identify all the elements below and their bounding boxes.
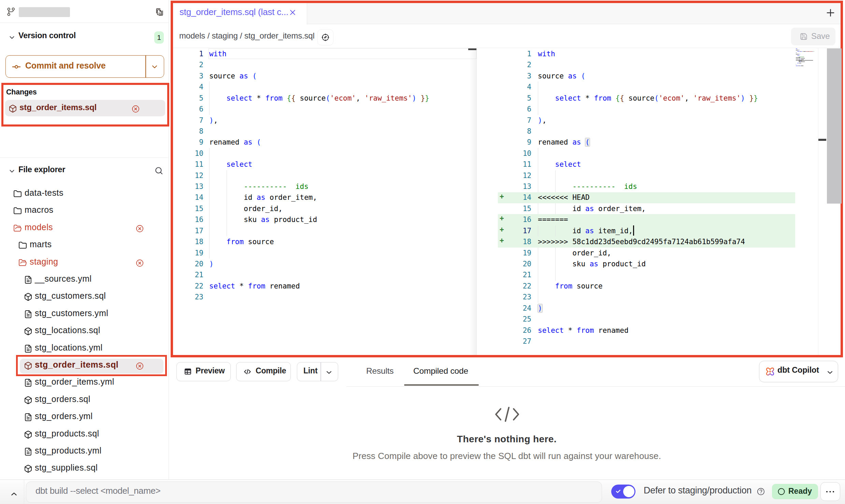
- diff-plus-marker: +: [500, 192, 504, 203]
- collapse-panel-chevron-icon[interactable]: [10, 490, 18, 499]
- tree-item--sources-yml[interactable]: __sources.yml: [0, 271, 169, 288]
- tab-results[interactable]: Results: [366, 366, 393, 376]
- model-cube-icon: [24, 327, 32, 336]
- diff-plus-marker: +: [500, 225, 504, 236]
- tabs-bottom-border: [346, 386, 845, 387]
- folder-open-icon: [18, 258, 27, 267]
- tree-item-label: stg_order_items.sql: [35, 360, 118, 370]
- sidebar-divider: [0, 158, 169, 158]
- tree-item-stg-order-items-yml[interactable]: stg_order_items.yml: [0, 374, 169, 391]
- tree-item-label: __sources.yml: [35, 274, 91, 284]
- git-commit-icon: [12, 62, 21, 72]
- preview-button-label: Preview: [196, 366, 225, 375]
- branch-name-redacted: [19, 7, 70, 17]
- tree-item-label: stg_orders.yml: [35, 411, 93, 421]
- diff-editor[interactable]: 1234567891011121314151617181920212223wit…: [173, 48, 841, 355]
- changed-file-name: stg_order_items.sql: [19, 103, 97, 112]
- ready-status-label: Ready: [788, 487, 812, 496]
- tree-item-stg-order-items-sql[interactable]: stg_order_items.sql: [0, 357, 169, 374]
- discard-change-icon[interactable]: [135, 362, 144, 370]
- git-branch-icon: [6, 7, 16, 16]
- compile-button-label: Compile: [256, 366, 286, 375]
- file-doc-icon: [24, 413, 32, 421]
- code-empty-state-icon: [494, 406, 520, 423]
- copy-file-icon[interactable]: [154, 7, 164, 17]
- file-doc-icon: [24, 310, 32, 318]
- empty-state-title: There's nothing here.: [0, 434, 845, 445]
- tree-item-label: stg_locations.sql: [35, 325, 100, 335]
- search-icon[interactable]: [154, 166, 163, 175]
- tree-item-label: stg_locations.yml: [35, 343, 103, 353]
- tab-close-icon[interactable]: [289, 9, 296, 16]
- tab-compiled-code[interactable]: Compiled code: [413, 366, 468, 376]
- status-bar-divider: [24, 480, 24, 504]
- original-code: withsource as ( select * from {{ source(…: [209, 48, 429, 303]
- tree-item-label: stg_orders.sql: [35, 394, 90, 404]
- minimap-border: [818, 48, 818, 355]
- tree-item-macros[interactable]: macros: [0, 202, 169, 219]
- discard-change-icon[interactable]: [135, 259, 144, 267]
- original-line-numbers: 1234567891011121314151617181920212223: [184, 48, 203, 303]
- pane-sash[interactable]: [476, 48, 477, 355]
- new-tab-plus-icon[interactable]: [825, 8, 836, 18]
- commit-button-divider: [145, 55, 146, 78]
- version-control-badge: 1: [154, 31, 164, 44]
- file-doc-icon: [24, 344, 32, 353]
- dbt-copilot-logo-icon: [765, 367, 775, 376]
- commit-button-label: Commit and resolve: [25, 61, 105, 71]
- tree-item-label: marts: [30, 239, 52, 249]
- diff-plus-marker: +: [500, 236, 504, 247]
- discard-change-icon[interactable]: [131, 105, 140, 113]
- tree-item-stg-orders-sql[interactable]: stg_orders.sql: [0, 391, 169, 409]
- tree-item-label: models: [25, 222, 53, 232]
- commit-dropdown-chevron-icon[interactable]: [151, 63, 159, 71]
- command-placeholder: dbt build --select <model_name>: [35, 486, 160, 496]
- tree-item-stg-locations-sql[interactable]: stg_locations.sql: [0, 323, 169, 340]
- tree-item-stg-supplies-sql[interactable]: stg_supplies.sql: [0, 460, 169, 477]
- help-question-icon[interactable]: [757, 487, 765, 496]
- tree-item-stg-customers-sql[interactable]: stg_customers.sql: [0, 288, 169, 305]
- lineage-compass-icon: [321, 33, 330, 42]
- lint-dropdown-chevron-icon[interactable]: [325, 368, 333, 376]
- copilot-chevron-down-icon: [826, 368, 834, 376]
- preview-table-icon: [184, 367, 192, 376]
- editor-scrollbar-thumb[interactable]: [827, 48, 842, 204]
- ready-status-circle-icon: [777, 488, 785, 495]
- tree-item-marts[interactable]: marts: [0, 237, 169, 254]
- lint-button-divider: [320, 362, 321, 381]
- tree-item-label: stg_customers.sql: [35, 291, 106, 301]
- file-doc-icon: [24, 276, 32, 284]
- chevron-down-icon[interactable]: [8, 167, 16, 175]
- defer-label: Defer to staging/production: [644, 485, 751, 496]
- folder-icon: [13, 190, 22, 198]
- tree-item-models[interactable]: models: [0, 220, 169, 237]
- tree-item-label: data-tests: [25, 188, 63, 198]
- modified-line-numbers: 1234567891011121314151617181920212223242…: [512, 48, 531, 347]
- empty-state-subtitle: Press Compile above to preview the SQL d…: [0, 451, 845, 461]
- diff-plus-marker: +: [500, 214, 504, 225]
- tree-item-label: staging: [30, 257, 58, 267]
- folder-icon: [18, 241, 27, 250]
- file-explorer-title: File explorer: [18, 165, 65, 174]
- tree-item-data-tests[interactable]: data-tests: [0, 185, 169, 202]
- compile-code-icon: [243, 367, 252, 376]
- tree-item-label: stg_customers.yml: [35, 308, 108, 318]
- toggle-knob: [623, 486, 634, 497]
- tab-label: stg_order_items.sql (last c...: [180, 7, 288, 17]
- ellipsis-icon: [826, 490, 835, 493]
- tree-item-staging[interactable]: staging: [0, 254, 169, 271]
- chevron-down-icon[interactable]: [8, 34, 16, 41]
- tree-item-stg-customers-yml[interactable]: stg_customers.yml: [0, 306, 169, 323]
- tree-item-stg-locations-yml[interactable]: stg_locations.yml: [0, 340, 169, 357]
- save-button-label: Save: [811, 31, 830, 41]
- file-doc-icon: [24, 379, 32, 387]
- save-floppy-icon: [800, 32, 808, 41]
- model-cube-icon: [24, 396, 32, 404]
- tree-item-stg-orders-yml[interactable]: stg_orders.yml: [0, 409, 169, 426]
- changes-title: Changes: [6, 88, 37, 97]
- current-line-highlight: [209, 48, 476, 59]
- model-cube-icon: [9, 104, 17, 113]
- sidebar: Version control 1 Commit and resolve Cha…: [0, 0, 169, 479]
- model-cube-icon: [24, 361, 32, 370]
- discard-change-icon[interactable]: [135, 224, 144, 233]
